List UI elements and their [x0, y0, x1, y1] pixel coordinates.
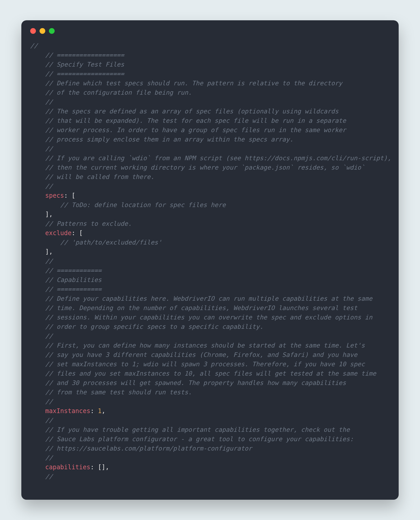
token-punct: : [: [64, 192, 75, 199]
code-block: // // ================== // Specify Test…: [30, 41, 390, 481]
code-line: //: [30, 398, 53, 405]
token-cmt: //: [45, 398, 53, 405]
code-line: // Patterns to exclude.: [30, 220, 132, 227]
window-traffic-lights: [30, 28, 390, 34]
code-window: // // ================== // Specify Test…: [21, 20, 399, 500]
token-punct: :: [90, 407, 98, 415]
token-cmt: //: [45, 145, 53, 152]
code-line: //: [30, 417, 53, 424]
token-cmt: // process simply enclose them in an arr…: [45, 136, 294, 143]
code-line: exclude: [: [30, 229, 83, 237]
token-cmt: // ==================: [45, 52, 124, 59]
code-line: // of the configuration file being run.: [30, 89, 192, 96]
code-line: // If you are calling `wdio` from an NPM…: [30, 155, 391, 162]
code-line: specs: [: [30, 192, 75, 199]
code-line: // First, you can define how many instan…: [30, 342, 365, 349]
token-cmt: // Sauce Labs platform configurator - a …: [45, 435, 354, 443]
token-cmt: // If you are calling `wdio` from an NPM…: [45, 155, 391, 162]
token-cmt: // First, you can define how many instan…: [45, 342, 365, 349]
code-line: // The specs are defined as an array of …: [30, 108, 339, 115]
token-cmt: // will be called from there.: [45, 173, 154, 181]
code-line: // Sauce Labs platform configurator - a …: [30, 435, 354, 443]
code-line: // set maxInstances to 1; wdio will spaw…: [30, 361, 365, 368]
token-cmt: // Specify Test Files: [45, 61, 124, 68]
token-num: 1: [98, 407, 101, 415]
fullscreen-icon[interactable]: [49, 28, 55, 34]
code-line: // say you have 3 different capabilities…: [30, 351, 357, 358]
code-line: // time. Depending on the number of capa…: [30, 304, 357, 312]
code-line: //: [30, 183, 53, 190]
token-punct: ],: [45, 211, 53, 218]
token-cmt: // then the current working directory is…: [45, 164, 365, 171]
token-cmt: // say you have 3 different capabilities…: [45, 351, 357, 358]
code-line: // order to group specific specs to a sp…: [30, 323, 263, 330]
token-cmt: // of the configuration file being run.: [45, 89, 192, 96]
code-line: ],: [30, 248, 53, 255]
token-cmt: // from the same test should run tests.: [45, 389, 192, 396]
token-key: specs: [45, 192, 64, 199]
code-line: //: [30, 258, 53, 265]
code-line: // If you have trouble getting all impor…: [30, 426, 350, 433]
token-cmt: // that will be expanded). The test for …: [45, 117, 346, 124]
token-cmt: // sessions. Within your capabilities yo…: [45, 314, 372, 321]
code-line: // worker process. In order to have a gr…: [30, 126, 346, 134]
token-cmt: //: [45, 473, 53, 480]
token-cmt: //: [45, 417, 53, 424]
token-cmt: // ==================: [45, 70, 124, 78]
token-cmt: //: [45, 258, 53, 265]
code-line: // from the same test should run tests.: [30, 389, 192, 396]
token-cmt: //: [45, 98, 53, 106]
code-line: // https://saucelabs.com/platform/platfo…: [30, 445, 252, 452]
token-cmt: // Capabilities: [45, 276, 102, 284]
code-line: // process simply enclose them in an arr…: [30, 136, 293, 143]
code-line: // sessions. Within your capabilities yo…: [30, 314, 372, 321]
code-line: ],: [30, 211, 53, 218]
token-cmt: // set maxInstances to 1; wdio will spaw…: [45, 361, 365, 368]
token-cmt: // Define which test specs should run. T…: [45, 80, 342, 87]
code-line: // Capabilities: [30, 276, 102, 284]
token-cmt: // 'path/to/excluded/files': [60, 239, 162, 246]
token-punct: ,: [102, 407, 105, 415]
token-cmt: // worker process. In order to have a gr…: [45, 126, 346, 134]
token-cmt: // ToDo: define location for spec files …: [60, 201, 226, 209]
code-line: // ==================: [30, 70, 124, 78]
code-line: //: [30, 145, 53, 152]
token-cmt: // files and you set maxInstances to 10,…: [45, 370, 376, 377]
code-line: // Specify Test Files: [30, 61, 124, 68]
token-punct: : [],: [90, 464, 109, 471]
token-key: maxInstances: [45, 407, 90, 415]
token-cmt: // ============: [45, 286, 102, 293]
code-line: // and 30 processes will get spawned. Th…: [30, 379, 346, 387]
code-line: maxInstances: 1,: [30, 407, 105, 415]
code-line: // Define which test specs should run. T…: [30, 80, 342, 87]
token-cmt: // Patterns to exclude.: [45, 220, 132, 227]
code-line: // ToDo: define location for spec files …: [30, 201, 226, 209]
token-cmt: // The specs are defined as an array of …: [45, 108, 339, 115]
token-cmt: // If you have trouble getting all impor…: [45, 426, 350, 433]
token-cmt: //: [45, 454, 53, 461]
token-cmt: // Define your capabilities here. Webdri…: [45, 295, 372, 302]
code-line: // that will be expanded). The test for …: [30, 117, 346, 124]
code-line: // will be called from there.: [30, 173, 154, 181]
token-cmt: // time. Depending on the number of capa…: [45, 304, 357, 312]
code-line: //: [30, 454, 53, 461]
code-line: //: [30, 332, 53, 340]
token-punct: ],: [45, 248, 53, 255]
close-icon[interactable]: [30, 28, 36, 34]
code-line: //: [30, 98, 53, 106]
code-line: //: [30, 42, 38, 49]
code-line: // ============: [30, 267, 102, 274]
token-cmt: // ============: [45, 267, 102, 274]
page-wrap: // // ================== // Specify Test…: [0, 0, 420, 520]
code-line: // ============: [30, 286, 102, 293]
token-cmt: // and 30 processes will get spawned. Th…: [45, 379, 346, 387]
token-cmt: //: [45, 183, 53, 190]
token-cmt: // https://saucelabs.com/platform/platfo…: [45, 445, 252, 452]
code-line: //: [30, 473, 53, 480]
code-line: // files and you set maxInstances to 10,…: [30, 370, 376, 377]
code-line: capabilities: [],: [30, 464, 109, 471]
token-cmt: // order to group specific specs to a sp…: [45, 323, 263, 330]
code-line: // 'path/to/excluded/files': [30, 239, 162, 246]
minimize-icon[interactable]: [40, 28, 45, 34]
token-punct: : [: [72, 229, 83, 237]
